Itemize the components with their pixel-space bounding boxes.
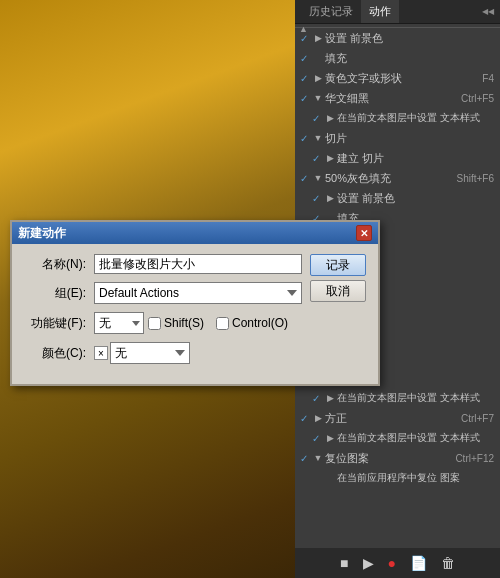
- name-field-label: 名称(N):: [24, 256, 94, 273]
- list-item[interactable]: ✓ ▶ 在当前文本图层中设置 文本样式: [295, 428, 500, 448]
- color-row: 颜色(C): × 无 红色橙色黄色 绿色蓝色: [24, 342, 302, 364]
- key-row: 功能键(F): 无 F1F2F3 Shift(S): [24, 312, 302, 334]
- name-input[interactable]: [94, 254, 302, 274]
- list-item[interactable]: 在当前应用程序中复位 图案: [295, 468, 500, 488]
- dialog-titlebar: 新建动作 ✕: [12, 222, 378, 244]
- shortcut-label: Ctrl+F5: [461, 93, 498, 104]
- check-icon: ✓: [309, 193, 323, 204]
- shift-checkbox-label[interactable]: Shift(S): [148, 316, 204, 330]
- check-icon: ✓: [297, 33, 311, 44]
- collapse-arrows-icon[interactable]: ◀◀: [482, 7, 494, 16]
- expand-icon[interactable]: ▶: [323, 193, 337, 203]
- list-item[interactable]: ✓ ▶ 设置 前景色: [295, 28, 500, 48]
- modifier-checkboxes: Shift(S) Control(O): [148, 316, 288, 330]
- dialog-title: 新建动作: [18, 225, 66, 242]
- shortcut-label: F4: [482, 73, 498, 84]
- name-row: 名称(N):: [24, 254, 302, 274]
- shortcut-label: Shift+F6: [456, 173, 498, 184]
- key-select[interactable]: 无 F1F2F3: [94, 312, 144, 334]
- expand-icon[interactable]: ▼: [311, 133, 325, 143]
- expand-icon[interactable]: ▶: [311, 33, 325, 43]
- list-item[interactable]: ✓ 填充: [295, 48, 500, 68]
- dialog-buttons: 记录 取消: [310, 254, 366, 302]
- expand-icon[interactable]: ▶: [323, 153, 337, 163]
- check-icon: ✓: [309, 113, 323, 124]
- check-icon: ✓: [309, 433, 323, 444]
- color-select[interactable]: 无 红色橙色黄色 绿色蓝色: [110, 342, 190, 364]
- expand-icon[interactable]: ▶: [323, 393, 337, 403]
- action-label: 50%灰色填充: [325, 171, 456, 186]
- list-item[interactable]: ✓ ▼ 50%灰色填充 Shift+F6: [295, 168, 500, 188]
- delete-button[interactable]: 🗑: [437, 553, 459, 573]
- check-icon: ✓: [309, 393, 323, 404]
- check-icon: ✓: [297, 453, 311, 464]
- action-label: 在当前文本图层中设置 文本样式: [337, 431, 498, 445]
- action-label: 方正: [325, 411, 461, 426]
- new-action-dialog: 新建动作 ✕ 名称(N): 组(E): Default Actions: [10, 220, 380, 386]
- group-select[interactable]: Default Actions: [94, 282, 302, 304]
- shortcut-label: Ctrl+F7: [461, 413, 498, 424]
- panel-tabs: 历史记录 动作 ◀◀: [295, 0, 500, 24]
- shortcut-label: Ctrl+F12: [455, 453, 498, 464]
- action-label: 复位图案: [325, 451, 455, 466]
- list-item[interactable]: ✓ ▶ 在当前文本图层中设置 文本样式: [295, 388, 500, 408]
- list-item[interactable]: ✓ ▶ 方正 Ctrl+F7: [295, 408, 500, 428]
- color-controls: × 无 红色橙色黄色 绿色蓝色: [94, 342, 190, 364]
- control-checkbox-label[interactable]: Control(O): [216, 316, 288, 330]
- play-button[interactable]: ▶: [359, 553, 378, 573]
- check-icon: ✓: [297, 73, 311, 84]
- shift-checkbox[interactable]: [148, 317, 161, 330]
- check-icon: ✓: [297, 413, 311, 424]
- dialog-fields: 名称(N): 组(E): Default Actions 功能键(F):: [24, 254, 302, 372]
- tab-history[interactable]: 历史记录: [301, 0, 361, 23]
- new-action-button[interactable]: 📄: [406, 553, 431, 573]
- action-label: 建立 切片: [337, 151, 498, 166]
- expand-icon[interactable]: ▼: [311, 453, 325, 463]
- action-label: 在当前文本图层中设置 文本样式: [337, 391, 498, 405]
- action-label: 在当前应用程序中复位 图案: [337, 471, 498, 485]
- expand-icon[interactable]: ▼: [311, 173, 325, 183]
- dialog-content: 名称(N): 组(E): Default Actions 功能键(F):: [12, 244, 378, 384]
- action-label: 设置 前景色: [337, 191, 498, 206]
- list-item[interactable]: ✓ ▶ 设置 前景色: [295, 188, 500, 208]
- expand-icon[interactable]: ▶: [323, 433, 337, 443]
- list-item[interactable]: ✓ ▼ 切片: [295, 128, 500, 148]
- action-label: 黄色文字或形状: [325, 71, 482, 86]
- check-icon: ✓: [297, 53, 311, 64]
- action-label: 填充: [325, 51, 498, 66]
- color-check-icon: ×: [94, 346, 108, 360]
- dialog-main-rows: 名称(N): 组(E): Default Actions 功能键(F):: [24, 254, 366, 372]
- bottom-toolbar: ■ ▶ ● 📄 🗑: [295, 548, 500, 578]
- tab-actions[interactable]: 动作: [361, 0, 399, 23]
- group-row: 组(E): Default Actions: [24, 282, 302, 304]
- action-label: 在当前文本图层中设置 文本样式: [337, 111, 498, 125]
- expand-icon[interactable]: ▶: [311, 413, 325, 423]
- list-item[interactable]: ✓ ▼ 复位图案 Ctrl+F12: [295, 448, 500, 468]
- expand-icon[interactable]: ▶: [323, 113, 337, 123]
- check-icon: ✓: [297, 93, 311, 104]
- stop-button[interactable]: ■: [336, 553, 352, 573]
- expand-icon[interactable]: ▶: [311, 73, 325, 83]
- list-item[interactable]: ✓ ▶ 黄色文字或形状 F4: [295, 68, 500, 88]
- action-label: 华文细黑: [325, 91, 461, 106]
- expand-icon[interactable]: ▼: [311, 93, 325, 103]
- record-button[interactable]: ●: [384, 553, 400, 573]
- check-icon: ✓: [297, 173, 311, 184]
- color-field-label: 颜色(C):: [24, 345, 94, 362]
- control-checkbox[interactable]: [216, 317, 229, 330]
- dialog-close-button[interactable]: ✕: [356, 225, 372, 241]
- key-field-label: 功能键(F):: [24, 315, 94, 332]
- list-item[interactable]: ✓ ▶ 建立 切片: [295, 148, 500, 168]
- cancel-button[interactable]: 取消: [310, 280, 366, 302]
- list-item[interactable]: ✓ ▼ 华文细黑 Ctrl+F5: [295, 88, 500, 108]
- list-item[interactable]: ✓ ▶ 在当前文本图层中设置 文本样式: [295, 108, 500, 128]
- group-field-label: 组(E):: [24, 285, 94, 302]
- action-label: 切片: [325, 131, 498, 146]
- record-button[interactable]: 记录: [310, 254, 366, 276]
- check-icon: ✓: [297, 133, 311, 144]
- action-label: 设置 前景色: [325, 31, 498, 46]
- check-icon: ✓: [309, 153, 323, 164]
